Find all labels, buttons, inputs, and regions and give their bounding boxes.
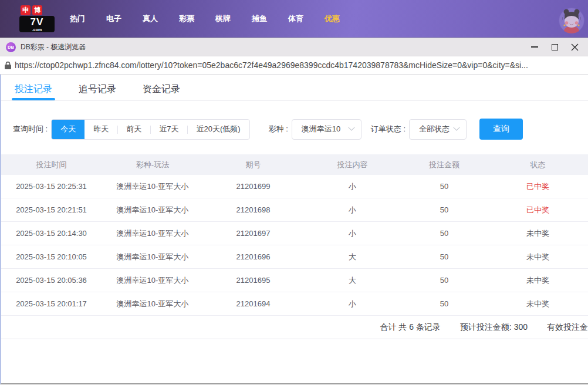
cell-bet-content: 小: [303, 299, 402, 309]
avatar-illustration: [559, 8, 584, 33]
window-title: DB彩票 - 极速浏览器: [21, 42, 525, 52]
nav-item-sports[interactable]: 体育: [288, 13, 303, 24]
nav-item-live[interactable]: 真人: [143, 13, 158, 24]
summary-total-records: 合计 共 6 条记录: [380, 322, 440, 333]
cell-game-play: 澳洲幸运10-亚军大小: [102, 181, 204, 192]
close-icon: [571, 43, 579, 51]
cell-issue-number: 21201695: [204, 276, 303, 285]
nav-item-slots[interactable]: 电子: [106, 13, 121, 24]
cell-status: 未中奖: [486, 228, 588, 239]
minimize-icon: [531, 46, 538, 48]
logo-tld: .com: [32, 28, 42, 32]
cell-status: 未中奖: [486, 252, 588, 262]
logo-box: 7V .com: [19, 16, 55, 32]
table-row: 2025-03-15 20:05:36澳洲幸运10-亚军大小21201695大5…: [1, 269, 588, 292]
cell-game-play: 澳洲幸运10-亚军大小: [102, 205, 204, 215]
close-button[interactable]: [565, 38, 584, 56]
column-header-3: 投注内容: [303, 160, 402, 170]
avatar[interactable]: [559, 8, 584, 33]
cell-issue-number: 21201694: [204, 299, 303, 308]
status-filter-label: 订单状态 :: [371, 124, 405, 134]
tab-fund-records[interactable]: 资金记录: [143, 83, 180, 100]
window-controls: [525, 38, 584, 56]
nav-menu: 热门电子真人彩票棋牌捕鱼体育优惠: [70, 13, 340, 24]
time-filter-group: 今天昨天前天近7天近20天(低频): [51, 119, 249, 140]
nav-item-board[interactable]: 棋牌: [215, 13, 231, 24]
record-tabs: 投注记录追号记录资金记录: [1, 75, 588, 101]
logo-name: 7V: [31, 17, 44, 27]
filter-bar: 查询时间 : 今天昨天前天近7天近20天(低频) 彩种 : 澳洲幸运10 订单状…: [13, 119, 588, 140]
tab-chase-records[interactable]: 追号记录: [79, 83, 116, 100]
nav-item-promo[interactable]: 优惠: [325, 13, 340, 24]
cell-issue-number: 21201697: [204, 229, 303, 238]
site-logo[interactable]: 申 博 7V .com: [19, 5, 56, 32]
cell-issue-number: 21201698: [204, 205, 303, 214]
logo-badge-1: 申: [21, 5, 31, 15]
cell-bet-time: 2025-03-15 20:25:31: [1, 182, 102, 191]
column-header-5: 状态: [486, 160, 588, 170]
cell-bet-content: 大: [303, 275, 402, 286]
cell-bet-amount: 50: [402, 205, 486, 214]
cell-bet-time: 2025-03-15 20:10:05: [1, 252, 102, 261]
chevron-down-icon: [348, 124, 354, 131]
window-titlebar: DB DB彩票 - 极速浏览器: [0, 38, 588, 56]
column-header-2: 期号: [204, 160, 303, 170]
cell-bet-content: 大: [303, 252, 402, 262]
time-option-1[interactable]: 昨天: [85, 120, 117, 139]
nav-item-lottery[interactable]: 彩票: [179, 13, 194, 24]
url-text: https://ctop02pchwp1.zfnc84.com/lottery/…: [15, 60, 528, 70]
address-bar[interactable]: https://ctop02pchwp1.zfnc84.com/lottery/…: [0, 56, 588, 75]
cell-bet-amount: 50: [402, 276, 486, 285]
logo-badge-2: 博: [32, 5, 42, 15]
table-row: 2025-03-15 20:25:31澳洲幸运10-亚军大小21201699小5…: [1, 175, 588, 198]
summary-expected-amount: 预计投注金额: 300: [460, 322, 528, 333]
search-button[interactable]: 查询: [479, 119, 523, 140]
lock-icon: [5, 61, 11, 69]
cell-bet-content: 小: [303, 228, 402, 239]
column-header-1: 彩种-玩法: [102, 160, 204, 170]
logo-badges: 申 博: [21, 5, 56, 15]
page-content: 投注记录追号记录资金记录 查询时间 : 今天昨天前天近7天近20天(低频) 彩种…: [0, 75, 588, 384]
cell-game-play: 澳洲幸运10-亚军大小: [102, 275, 204, 286]
cell-game-play: 澳洲幸运10-亚军大小: [102, 299, 204, 309]
table-row: 2025-03-15 20:01:17澳洲幸运10-亚军大小21201694小5…: [1, 292, 588, 316]
time-option-3[interactable]: 近7天: [150, 120, 187, 139]
bet-records-table: 投注时间彩种-玩法期号投注内容投注金额状态 2025-03-15 20:25:3…: [1, 154, 588, 339]
cell-issue-number: 21201699: [204, 182, 303, 191]
chevron-down-icon: [453, 124, 459, 131]
time-option-4[interactable]: 近20天(低频): [187, 120, 249, 139]
time-option-2[interactable]: 前天: [117, 120, 150, 139]
cell-bet-amount: 50: [402, 182, 486, 191]
cell-status: 已中奖: [486, 205, 588, 215]
column-header-0: 投注时间: [1, 160, 102, 170]
summary-valid-amount: 有效投注金: [547, 322, 588, 333]
cell-bet-amount: 50: [402, 229, 486, 238]
cell-bet-amount: 50: [402, 299, 486, 308]
cell-bet-time: 2025-03-15 20:14:30: [1, 229, 102, 238]
cell-bet-time: 2025-03-15 20:21:51: [1, 205, 102, 214]
column-header-4: 投注金额: [402, 160, 486, 170]
status-select-value: 全部状态: [419, 124, 450, 134]
cell-issue-number: 21201696: [204, 252, 303, 261]
maximize-button[interactable]: [545, 38, 565, 56]
cell-status: 未中奖: [486, 275, 588, 286]
nav-item-hot[interactable]: 热门: [70, 13, 85, 24]
lottery-select[interactable]: 澳洲幸运10: [292, 119, 361, 140]
cell-bet-content: 小: [303, 205, 402, 215]
order-status-select[interactable]: 全部状态: [409, 119, 467, 140]
nav-item-fishing[interactable]: 捕鱼: [252, 13, 267, 24]
lottery-select-value: 澳洲幸运10: [302, 124, 340, 134]
cell-game-play: 澳洲幸运10-亚军大小: [102, 228, 204, 239]
table-row: 2025-03-15 20:14:30澳洲幸运10-亚军大小21201697小5…: [1, 222, 588, 245]
time-option-0[interactable]: 今天: [52, 120, 85, 139]
cell-game-play: 澳洲幸运10-亚军大小: [102, 252, 204, 262]
table-row: 2025-03-15 20:10:05澳洲幸运10-亚军大小21201696大5…: [1, 245, 588, 269]
cell-bet-time: 2025-03-15 20:01:17: [1, 299, 102, 308]
lottery-filter-label: 彩种 :: [269, 124, 288, 134]
top-nav: 申 博 7V .com 热门电子真人彩票棋牌捕鱼体育优惠: [0, 0, 588, 38]
cell-status: 已中奖: [486, 181, 588, 192]
table-summary-row: 合计 共 6 条记录 预计投注金额: 300 有效投注金: [1, 316, 588, 339]
minimize-button[interactable]: [525, 38, 545, 56]
tab-bet-records[interactable]: 投注记录: [15, 83, 52, 100]
cell-bet-content: 小: [303, 181, 402, 192]
